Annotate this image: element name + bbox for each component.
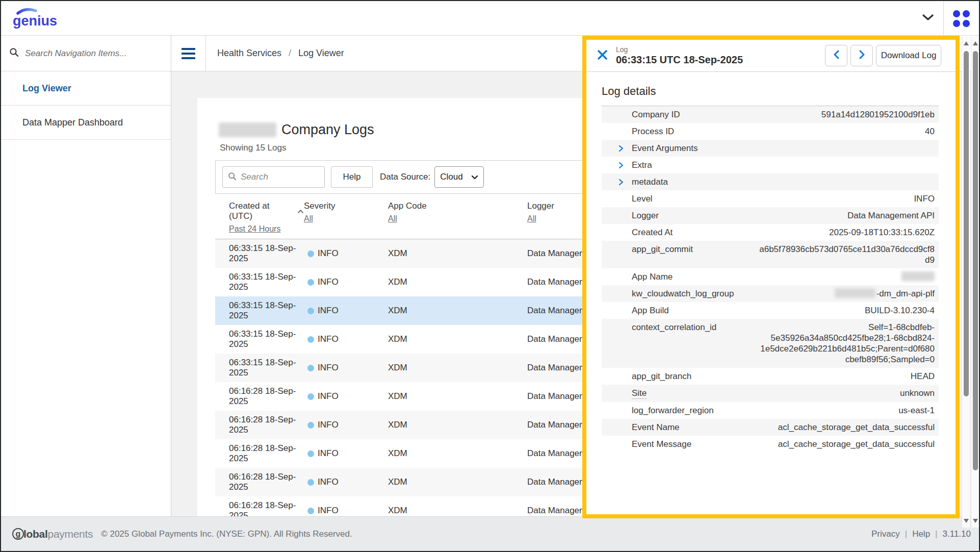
created-at-cell: 06:16:28 18-Sep-2025 (229, 415, 304, 435)
search-icon (9, 47, 19, 59)
severity-cell: INFO (307, 391, 388, 402)
help-button[interactable]: Help (331, 166, 373, 188)
app-code-cell: XDM (388, 448, 527, 459)
account-menu-button[interactable] (913, 1, 943, 36)
app-code-cell: XDM (388, 477, 527, 487)
footer: globalpayments © 2025 Global Payments In… (1, 516, 979, 551)
column-app-code[interactable]: App Code All (388, 201, 527, 234)
data-source-select[interactable]: Cloud (434, 166, 484, 188)
sidebar-item-data-mapper-dashboard[interactable]: Data Mapper Dashboard (1, 106, 171, 140)
severity-cell: INFO (307, 506, 388, 516)
table-body: 06:33:15 18-Sep-2025INFOXDMData Manageme… (215, 239, 594, 516)
field-label: context_correlation_id (632, 322, 716, 333)
severity-dot-icon (307, 479, 314, 486)
created-at-cell: 06:16:28 18-Sep-2025 (229, 472, 304, 492)
filter-app-code[interactable]: All (388, 214, 397, 223)
field-label: Extra (632, 160, 652, 170)
severity-dot-icon (307, 250, 314, 257)
outer-scrollbar[interactable] (962, 37, 970, 528)
filter-logger[interactable]: All (527, 214, 536, 223)
field-value: unknown (900, 388, 935, 398)
log-search-box[interactable] (222, 166, 325, 188)
severity-cell: INFO (307, 334, 388, 344)
table-row[interactable]: 06:33:15 18-Sep-2025INFOXDMData Manageme… (215, 354, 594, 382)
scrollbar-thumb[interactable] (964, 51, 969, 396)
table-row[interactable]: 06:16:28 18-Sep-2025INFOXDMData Manageme… (215, 382, 594, 411)
next-log-button[interactable] (850, 45, 873, 66)
field-label[interactable]: Site (632, 388, 647, 399)
redacted-value (901, 271, 935, 281)
column-severity[interactable]: Severity All (304, 201, 388, 234)
data-source-label: Data Source: (380, 172, 430, 182)
field-value: us-east-1 (898, 405, 935, 416)
app-code-cell: XDM (388, 306, 527, 316)
breadcrumb-health-services[interactable]: Health Services (217, 48, 281, 59)
log-detail-row: LoggerData Management API (602, 207, 939, 224)
severity-cell: INFO (307, 277, 388, 287)
table-row[interactable]: 06:16:28 18-Sep-2025INFOXDMData Manageme… (215, 439, 594, 468)
severity-cell: INFO (307, 363, 388, 373)
previous-log-button[interactable] (825, 45, 847, 66)
privacy-link[interactable]: Privacy (871, 529, 900, 539)
table-row[interactable]: 06:16:28 18-Sep-2025INFOXDMData Manageme… (215, 496, 594, 516)
table-row[interactable]: 06:33:15 18-Sep-2025INFOXDMData Manageme… (215, 268, 594, 296)
breadcrumb-log-viewer: Log Viewer (298, 48, 344, 59)
severity-cell: INFO (307, 420, 388, 430)
field-label: Event Arguments (632, 143, 698, 154)
app-code-cell: XDM (388, 506, 527, 516)
download-log-button[interactable]: Download Log (876, 45, 941, 66)
log-detail-row: App BuildBUILD-3.10.230-4 (602, 302, 939, 319)
log-detail-row: Event Messageacl_cache_storage_get_data_… (602, 436, 939, 453)
table-row[interactable]: 06:33:15 18-Sep-2025INFOXDMData Manageme… (215, 325, 594, 354)
app-code-cell: XDM (388, 391, 527, 402)
severity-dot-icon (307, 450, 314, 457)
scrollbar-thumb[interactable] (973, 51, 978, 470)
field-value: Self=1-68cbdfeb-5e35926a34a850cd425fbe28… (759, 322, 935, 365)
log-detail-row[interactable]: Event Arguments (602, 140, 939, 157)
app-window: genius Log Viewer Data Mapper Dashboard (0, 0, 980, 552)
field-value: INFO (914, 193, 935, 204)
field-label: metadata (632, 177, 668, 187)
panel-scrollbar[interactable] (971, 37, 979, 528)
sidebar: Log Viewer Data Mapper Dashboard (1, 36, 171, 518)
severity-dot-icon (307, 508, 314, 514)
close-panel-button[interactable] (595, 48, 610, 63)
table-row[interactable]: 06:33:15 18-Sep-2025INFOXDMData Manageme… (215, 296, 594, 325)
created-at-cell: 06:33:15 18-Sep-2025 (229, 329, 304, 349)
sidebar-item-log-viewer[interactable]: Log Viewer (1, 71, 171, 106)
field-label: App Name (632, 271, 673, 282)
filter-severity[interactable]: All (304, 214, 313, 223)
filter-created-at[interactable]: Past 24 Hours (229, 224, 280, 234)
log-search-input[interactable] (241, 172, 319, 182)
chevron-down-icon (471, 172, 478, 182)
redacted-company-name (219, 122, 276, 137)
field-value: 40 (925, 126, 935, 137)
table-row[interactable]: 06:33:15 18-Sep-2025INFOXDMData Manageme… (215, 239, 594, 268)
sidebar-toggle-button[interactable] (171, 36, 206, 71)
table-row[interactable]: 06:16:28 18-Sep-2025INFOXDMData Manageme… (215, 468, 594, 496)
log-details-heading: Log details (602, 85, 939, 98)
app-code-cell: XDM (388, 420, 527, 430)
severity-dot-icon (307, 308, 314, 314)
chevron-left-icon (834, 50, 839, 62)
field-label: Logger (632, 210, 659, 221)
log-detail-panel: Log 06:33:15 UTC 18-Sep-2025 Download Lo… (582, 36, 960, 518)
scroll-up-icon[interactable] (964, 41, 969, 45)
scroll-down-icon[interactable] (964, 519, 969, 523)
chevron-right-icon (618, 144, 624, 155)
created-at-cell: 06:16:28 18-Sep-2025 (229, 443, 304, 464)
column-created-at[interactable]: Created at (UTC) Past 24 Hours (229, 201, 304, 234)
scroll-up-icon[interactable] (973, 41, 978, 45)
app-launcher-button[interactable] (943, 1, 979, 36)
help-link[interactable]: Help (912, 529, 930, 539)
log-detail-row[interactable]: Extra (602, 157, 939, 173)
table-row[interactable]: 06:16:28 18-Sep-2025INFOXDMData Manageme… (215, 411, 594, 439)
search-icon (228, 172, 237, 183)
sidebar-search-input[interactable] (25, 48, 163, 59)
scroll-down-icon[interactable] (973, 519, 978, 523)
globalpayments-logo: globalpayments (12, 528, 93, 540)
top-bar: genius (1, 1, 979, 36)
sidebar-search[interactable] (1, 36, 171, 71)
app-code-cell: XDM (388, 277, 527, 287)
log-detail-row[interactable]: metadata (602, 173, 939, 190)
